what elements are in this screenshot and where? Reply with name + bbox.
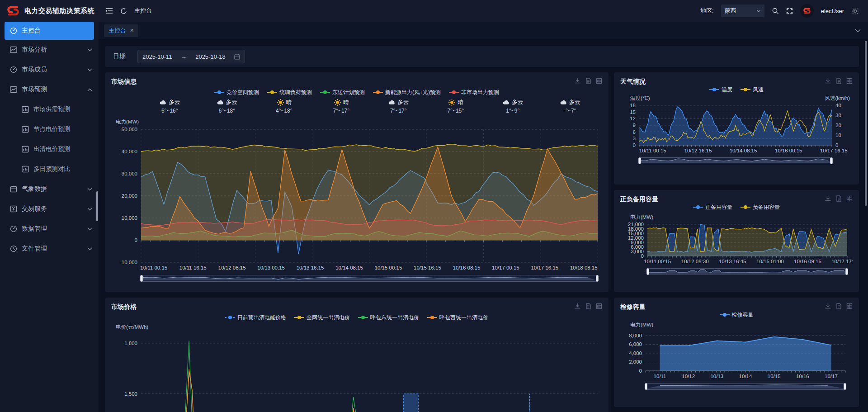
legend-item[interactable]: 新能源出力(风+光)预测 (373, 89, 441, 96)
excel-export-icon[interactable] (846, 78, 853, 84)
sidebar-item-market-members[interactable]: 市场成员 (0, 60, 99, 80)
legend-item[interactable]: 正备用容量 (693, 204, 732, 211)
tab-close-icon[interactable]: ✕ (130, 28, 134, 33)
sidebar-item-label: 市场供需预测 (33, 105, 92, 114)
refresh-icon[interactable] (120, 8, 127, 14)
sidebar-item-label: 市场预测 (22, 85, 87, 94)
download-icon[interactable] (825, 303, 831, 309)
collapse-menu-icon[interactable] (106, 8, 113, 14)
region-select[interactable]: 蒙西 (721, 5, 764, 17)
data-file-icon[interactable] (585, 303, 591, 309)
settings-gear-icon[interactable] (851, 7, 859, 15)
weather-temp: 6°~18° (218, 108, 235, 114)
download-icon[interactable] (825, 78, 831, 84)
legend-item[interactable]: 负备用容量 (741, 204, 780, 211)
sidebar-item-weather-data[interactable]: 气象数据 (0, 179, 99, 199)
sidebar-item-trade-service[interactable]: 交易服务 (0, 199, 99, 219)
svg-text:3: 3 (633, 136, 636, 141)
sidebar-item-multiday-forecast-compare[interactable]: 多日预测对比 (0, 159, 99, 179)
yen-icon (10, 205, 17, 213)
sidebar-item-supply-demand-forecast[interactable]: 市场供需预测 (0, 99, 99, 119)
reserve-chart[interactable]: 21,00018,00015,00012,0009,0006,0003,0000… (620, 221, 853, 266)
legend-item[interactable]: 风速 (741, 86, 764, 94)
svg-text:10/11 16:15: 10/11 16:15 (179, 265, 207, 270)
username[interactable]: elecUser (821, 8, 844, 14)
fullscreen-icon[interactable] (786, 8, 793, 14)
data-file-icon[interactable] (835, 78, 842, 84)
svg-text:10/13 00:15: 10/13 00:15 (257, 265, 285, 270)
datazoom-slider[interactable] (646, 383, 845, 390)
datazoom-handle[interactable] (845, 268, 848, 275)
svg-text:10/12 16:15: 10/12 16:15 (684, 148, 712, 153)
datazoom-slider[interactable] (639, 157, 832, 164)
legend-item[interactable]: 全网统一出清电价 (294, 314, 350, 322)
chevron-down-icon (87, 68, 92, 71)
chartline-icon (10, 86, 17, 93)
legend-item[interactable]: 日前预出清电能价格 (225, 314, 286, 322)
legend-item[interactable]: 温度 (709, 86, 732, 94)
legend-label: 风速 (753, 86, 764, 94)
datazoom-handle[interactable] (596, 275, 599, 282)
card-market-info: 市场信息 竞价空间预测 统调负荷预测 东送计划预测 新能源出力(风+光)预测 非… (105, 72, 609, 292)
legend-item[interactable]: 呼包东统一出清电价 (358, 314, 419, 322)
svg-text:0: 0 (633, 142, 636, 148)
sidebar-item-node-price-forecast[interactable]: 节点电价预测 (0, 119, 99, 139)
maintenance-chart[interactable]: 8,0006,0004,0002,000010/1110/1210/1310/1… (620, 328, 853, 381)
download-icon[interactable] (574, 303, 580, 309)
excel-export-icon[interactable] (596, 303, 602, 309)
chevron-down-icon (87, 208, 92, 211)
sidebar-item-label: 交易服务 (22, 205, 87, 213)
data-file-icon[interactable] (585, 78, 591, 84)
market-info-chart[interactable]: 电力(MW) 50,00040,00030,00020,00010,0000-1… (111, 120, 602, 272)
legend-item[interactable]: 呼包西统一出清电价 (427, 314, 488, 322)
datazoom-handle[interactable] (638, 157, 641, 164)
tab-console[interactable]: 主控台 ✕ (104, 24, 138, 37)
data-file-icon[interactable] (835, 195, 842, 202)
weather-chart[interactable]: 181512963040302010010/11 00:1510/12 16:1… (620, 102, 853, 155)
sidebar-item-data-management[interactable]: 数据管理 (0, 219, 99, 239)
legend-item[interactable]: 东送计划预测 (320, 89, 365, 96)
start-date[interactable]: 2025-10-11 (142, 53, 172, 60)
download-icon[interactable] (825, 195, 831, 202)
weather-cell: 晴 7°~15° (427, 99, 485, 119)
sidebar-item-market-analysis[interactable]: 市场分析 (0, 40, 99, 60)
datazoom-handle[interactable] (844, 383, 846, 390)
legend-item[interactable]: 检修容量 (720, 311, 754, 319)
sidebar-item-console[interactable]: 主控台 (5, 22, 94, 40)
market-price-chart[interactable]: 电价(元/MWh) 1,8001,5001,200900 (111, 323, 602, 412)
search-icon[interactable] (772, 7, 779, 14)
sidebar-item-market-forecast[interactable]: 市场预测 (0, 80, 99, 99)
y-axis-name-left: 温度(℃) (630, 95, 650, 102)
datazoom-handle[interactable] (645, 383, 647, 390)
end-date[interactable]: 2025-10-18 (195, 53, 226, 60)
datazoom-slider[interactable] (141, 275, 598, 282)
user-avatar[interactable] (800, 4, 814, 18)
excel-export-icon[interactable] (596, 78, 602, 84)
svg-text:10/15 00:15: 10/15 00:15 (375, 265, 402, 270)
datazoom-slider[interactable] (647, 268, 847, 275)
download-icon[interactable] (574, 78, 580, 84)
sidebar-item-clearing-price-forecast[interactable]: 出清电价预测 (0, 139, 99, 159)
tabbar-chevron-down-icon[interactable] (855, 29, 861, 33)
card-actions (825, 78, 853, 84)
excel-export-icon[interactable] (846, 195, 853, 202)
excel-export-icon[interactable] (846, 303, 853, 309)
datazoom-handle[interactable] (646, 268, 649, 275)
sidebar-scrollbar-thumb[interactable] (96, 191, 98, 221)
legend-marker (709, 88, 719, 91)
legend-item[interactable]: 竞价空间预测 (214, 89, 259, 96)
svg-text:10/15 16:15: 10/15 16:15 (414, 265, 441, 270)
data-file-icon[interactable] (835, 303, 842, 309)
legend-item[interactable]: 非市场出力预测 (449, 89, 499, 96)
weather-temp: -°~7° (564, 108, 576, 114)
legend-item[interactable]: 统调负荷预测 (267, 89, 312, 96)
app-brand: 电力交易辅助决策系统 (0, 4, 99, 18)
svg-text:18: 18 (630, 103, 636, 108)
page-scrollbar-thumb[interactable] (865, 41, 867, 206)
date-range-picker[interactable]: 2025-10-11 → 2025-10-18 (137, 50, 245, 63)
datazoom-handle[interactable] (140, 275, 143, 282)
legend-marker (720, 313, 730, 317)
sidebar-item-file-management[interactable]: 文件管理 (0, 239, 99, 259)
datazoom-handle[interactable] (830, 157, 833, 164)
chartbar-icon (22, 146, 29, 153)
